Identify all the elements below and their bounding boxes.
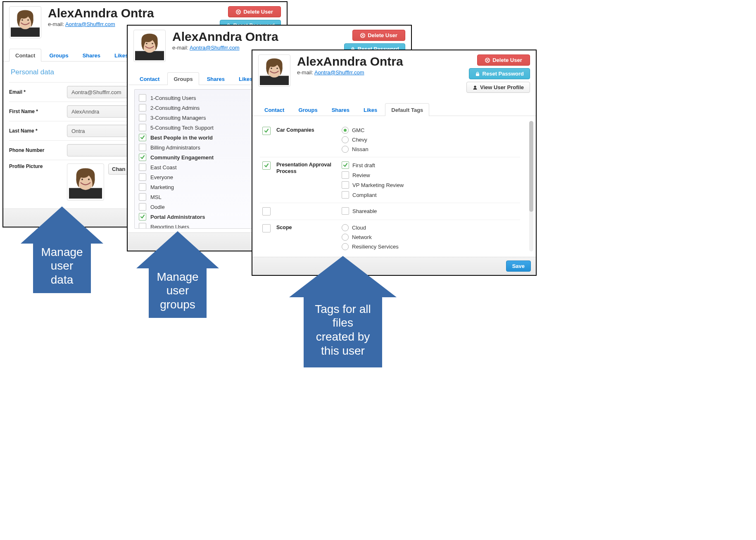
checkbox[interactable] — [139, 144, 146, 151]
tab-shares[interactable]: Shares — [76, 49, 107, 62]
tab-default-tags[interactable]: Default Tags — [385, 103, 429, 116]
delete-user-button[interactable]: Delete User — [352, 30, 405, 41]
group-label: MSL — [150, 194, 162, 200]
x-circle-icon — [360, 33, 365, 38]
checkbox[interactable] — [139, 223, 146, 229]
checkbox[interactable] — [139, 203, 146, 211]
tag-option[interactable]: Cloud — [342, 224, 520, 231]
checkbox[interactable] — [139, 94, 146, 102]
group-label: Marketing — [150, 184, 174, 190]
tab-likes[interactable]: Likes — [357, 103, 383, 116]
group-label: 5-Consulting Tech Support — [150, 125, 214, 131]
radio[interactable] — [342, 127, 349, 134]
tag-option[interactable]: Shareable — [342, 207, 520, 215]
profile-picture-label: Profile Picture — [9, 163, 67, 169]
tag-option[interactable]: Network — [342, 234, 520, 241]
callout-default-tags: Tags for all files created by this user — [289, 256, 397, 367]
avatar — [258, 54, 290, 87]
group-label: Community Engagement — [150, 154, 214, 161]
tag-option[interactable]: Compliant — [342, 191, 520, 199]
checkbox[interactable] — [139, 183, 146, 191]
delete-user-button[interactable]: Delete User — [228, 6, 281, 17]
tag-option[interactable]: Nissan — [342, 146, 520, 153]
checkbox[interactable] — [139, 163, 146, 171]
email-link[interactable]: Aontra@Shufflrr.com — [190, 45, 240, 51]
tag-option[interactable]: GMC — [342, 127, 520, 134]
email-label: e-mail: — [172, 45, 188, 51]
tag-option[interactable]: First draft — [342, 161, 520, 169]
radio[interactable] — [342, 224, 349, 231]
tab-shares[interactable]: Shares — [201, 72, 231, 85]
group-label: East Coast — [150, 164, 177, 171]
tag-option-label: GMC — [352, 127, 364, 133]
delete-user-button[interactable]: Delete User — [477, 54, 530, 66]
tab-contact[interactable]: Contact — [9, 49, 41, 62]
tag-option-label: Shareable — [352, 208, 377, 214]
tag-option-label: VP Marketing Review — [352, 182, 404, 188]
checkbox[interactable] — [139, 134, 146, 141]
checkbox[interactable] — [139, 154, 146, 161]
checkbox[interactable] — [342, 207, 349, 215]
checkbox[interactable] — [139, 193, 146, 201]
tag-option[interactable]: Review — [342, 171, 520, 179]
scrollbar[interactable] — [529, 121, 533, 251]
email-label: e-mail: — [297, 69, 313, 76]
tag-option[interactable]: VP Marketing Review — [342, 181, 520, 189]
email-link[interactable]: Aontra@Shufflrr.com — [65, 21, 115, 27]
group-label: Best People in the world — [150, 135, 213, 141]
user-display-name: AlexAnndra Ontra — [48, 6, 220, 20]
group-label: Billing Administrators — [150, 144, 200, 151]
reset-password-button[interactable]: Reset Password — [469, 68, 530, 79]
checkbox[interactable] — [139, 114, 146, 121]
checkbox[interactable] — [342, 191, 349, 199]
checkbox[interactable] — [342, 171, 349, 179]
checkbox[interactable] — [139, 124, 146, 131]
scrollbar-thumb[interactable] — [529, 121, 533, 212]
tag-option-label: Review — [352, 172, 370, 178]
tag-category-toggle[interactable] — [262, 224, 271, 232]
tag-category-name: Presentation Approval Process — [276, 161, 338, 175]
user-display-name: AlexAnndra Ontra — [172, 30, 344, 44]
tab-shares[interactable]: Shares — [326, 103, 356, 116]
tag-category-toggle[interactable] — [262, 207, 271, 216]
tag-option[interactable]: Resiliency Services — [342, 243, 520, 250]
tag-option-label: Cloud — [352, 225, 366, 231]
email-label: e-mail: — [48, 21, 64, 27]
radio[interactable] — [342, 243, 349, 250]
user-icon — [473, 85, 478, 90]
tab-groups[interactable]: Groups — [43, 49, 74, 62]
view-profile-button[interactable]: View User Profile — [466, 82, 530, 93]
first-name-label: First Name * — [9, 109, 67, 114]
change-picture-button[interactable]: Chan — [108, 163, 129, 175]
tabs: Contact Groups Shares Likes Default Tags — [252, 103, 536, 116]
group-label: 3-Consulting Managers — [150, 115, 206, 121]
checkbox[interactable] — [342, 161, 349, 169]
tag-category-toggle[interactable] — [262, 127, 271, 135]
tab-groups[interactable]: Groups — [167, 72, 199, 85]
tag-option-label: First draft — [352, 162, 375, 168]
tab-groups[interactable]: Groups — [292, 103, 323, 116]
phone-label: Phone Number — [9, 147, 67, 153]
checkbox[interactable] — [139, 104, 146, 111]
tag-option-label: Network — [352, 234, 372, 240]
radio[interactable] — [342, 146, 349, 153]
email-field-label: Email * — [9, 89, 67, 95]
radio[interactable] — [342, 234, 349, 241]
checkbox[interactable] — [139, 173, 146, 181]
tag-option[interactable]: Chevy — [342, 136, 520, 143]
checkbox[interactable] — [139, 213, 146, 220]
tag-category-row: Car CompaniesGMCChevyNissan — [260, 123, 520, 157]
tag-category-row: Presentation Approval ProcessFirst draft… — [260, 157, 520, 203]
tag-options: GMCChevyNissan — [342, 127, 520, 153]
callout-user-groups: Manage user groups — [136, 231, 219, 318]
tag-category-toggle[interactable] — [262, 161, 271, 170]
group-label: Portal Administrators — [150, 214, 205, 220]
save-button[interactable]: Save — [506, 261, 531, 272]
tab-contact[interactable]: Contact — [133, 72, 166, 85]
tab-contact[interactable]: Contact — [258, 103, 290, 116]
checkbox[interactable] — [342, 181, 349, 189]
radio[interactable] — [342, 136, 349, 143]
email-link[interactable]: Aontra@Shufflrr.com — [314, 69, 364, 76]
user-panel-default-tags: AlexAnndra Ontra e-mail: Aontra@Shufflrr… — [252, 50, 537, 276]
tag-category-name: Car Companies — [276, 127, 338, 133]
